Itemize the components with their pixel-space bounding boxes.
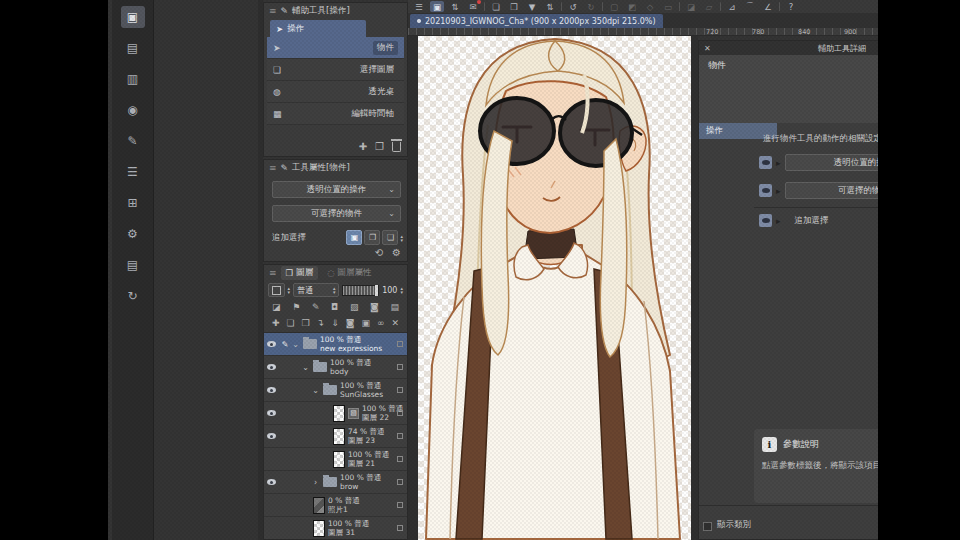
separator[interactable]	[561, 2, 562, 11]
main-menu-icon[interactable]: ☰	[412, 1, 426, 12]
expand-arrow-icon[interactable]: ⌄	[311, 386, 320, 395]
expand-arrow-icon[interactable]: ›	[311, 478, 320, 487]
separator[interactable]	[720, 2, 721, 11]
play-arrow-icon[interactable]: ▸	[776, 216, 781, 226]
palette-dock-icon[interactable]: ▣	[121, 6, 145, 28]
layer-visibility-eye-icon[interactable]	[264, 387, 279, 393]
list-palette-icon[interactable]: ☰	[121, 161, 145, 183]
selection-mode-spinner[interactable]: ▴▾	[400, 234, 403, 242]
opacity-slider[interactable]	[342, 285, 379, 296]
notifications-icon[interactable]: ✉	[466, 1, 480, 12]
ruler-range-icon[interactable]: ▤	[390, 302, 399, 312]
app-logo-icon[interactable]: ▣	[430, 1, 444, 12]
navigator-palette-icon[interactable]: ◉	[121, 99, 145, 121]
clip-below-icon[interactable]: ◪	[272, 302, 281, 312]
frame-icon[interactable]: ▣	[361, 318, 370, 328]
layer-row[interactable]: ✎ ▨ 0 % 普通 照片1	[264, 494, 407, 517]
selection-border-icon[interactable]: ▭	[661, 1, 675, 12]
show-on-palette-eye-icon[interactable]	[759, 214, 772, 227]
delete-subtool-icon[interactable]	[392, 142, 401, 152]
new-file-icon[interactable]: ❏	[489, 1, 503, 12]
layer-row[interactable]: ✎ ▨ 100 % 普通 圖層 22	[264, 402, 407, 425]
new-selection-button[interactable]: ▣	[346, 230, 362, 245]
layer-visibility-eye-icon[interactable]	[264, 433, 279, 439]
play-arrow-icon[interactable]: ▸	[776, 158, 781, 168]
snap-straight-ruler-icon[interactable]: ⊿	[725, 1, 739, 12]
link-icon[interactable]: ∞	[377, 318, 385, 328]
enable-mask-icon[interactable]: ◙	[370, 302, 379, 312]
undo-icon[interactable]: ↺	[566, 1, 580, 12]
duplicate-subtool-icon[interactable]: ❐	[375, 141, 384, 152]
snap-curve-ruler-icon[interactable]: ⌒	[743, 1, 757, 12]
detail-transparent-dropdown[interactable]: 透明位置的操作 ⌄	[785, 154, 878, 171]
save-options-icon[interactable]: ⇅	[543, 1, 557, 12]
layer-row[interactable]: ✎ ▨ 100 % 普通 圖層 31	[264, 517, 407, 539]
merge-down-icon[interactable]: ⇓	[331, 318, 339, 328]
layer-visibility-eye-icon[interactable]	[264, 364, 279, 370]
separator[interactable]	[679, 2, 680, 11]
panel-grip-icon[interactable]: ≡	[269, 163, 277, 173]
show-detail-wrench-icon[interactable]: ⚙	[392, 247, 401, 258]
subtract-selection-button[interactable]: ❏	[382, 230, 398, 245]
new-layer-icon[interactable]: ✚	[272, 318, 280, 328]
separator[interactable]	[602, 2, 603, 11]
history-palette-icon[interactable]: ↻	[121, 285, 145, 307]
blend-mode-select[interactable]: 普通 ▴▾	[293, 283, 339, 297]
workspace-switch-icon[interactable]: ⇅	[448, 1, 462, 12]
opacity-spinner[interactable]: ▴▾	[400, 286, 403, 294]
invert-selection-icon[interactable]: ◩	[625, 1, 639, 12]
redo-icon[interactable]: ↻	[584, 1, 598, 12]
help-icon[interactable]: ?	[784, 1, 798, 12]
layer-row[interactable]: ✎ ⌄ ▨ 100 % 普通 new expressions	[264, 333, 407, 356]
canvas-area[interactable]	[418, 35, 691, 540]
window-palette-icon[interactable]: ▤	[121, 37, 145, 59]
panel-grip-icon[interactable]: ≡	[269, 268, 277, 278]
save-file-icon[interactable]: ▼	[525, 1, 539, 12]
tab-operation[interactable]: ➤ 操作	[270, 20, 366, 37]
layer-row[interactable]: ✎ ▨ 100 % 普通 圖層 21	[264, 448, 407, 471]
clear-icon[interactable]: ▱	[702, 1, 716, 12]
subtool-item[interactable]: ◍ 透光桌	[267, 81, 404, 103]
subtool-item[interactable]: ▦ 編輯時間軸	[267, 103, 404, 125]
selectable-object-dropdown[interactable]: 可選擇的物件 ⌄	[272, 205, 401, 222]
expand-arrow-icon[interactable]: ⌄	[291, 340, 300, 349]
add-subtool-icon[interactable]: ✚	[359, 141, 367, 152]
new-folder-icon[interactable]: ❒	[302, 318, 310, 328]
new-vector-layer-icon[interactable]: ❏	[287, 318, 295, 328]
expand-arrow-icon[interactable]: ⌄	[301, 363, 310, 372]
show-on-palette-eye-icon[interactable]	[759, 156, 772, 169]
reference-layer-icon[interactable]: ⚑	[292, 302, 300, 312]
subtool-item[interactable]: ❏ 選擇圖層	[267, 59, 404, 81]
layer-row[interactable]: ✎ › ▨ 100 % 普通 brow	[264, 471, 407, 494]
tab-layer-property[interactable]: ◌ 圖層屬性	[322, 266, 376, 280]
subtool-palette-icon[interactable]: ▥	[121, 68, 145, 90]
transparent-area-dropdown[interactable]: 透明位置的操作 ⌄	[272, 181, 401, 198]
tab-layer[interactable]: ❒ 圖層	[281, 266, 319, 280]
layer-row[interactable]: ✎ ▨ 74 % 普通 圖層 23	[264, 425, 407, 448]
delete-layer-icon[interactable]: ✕	[391, 318, 399, 328]
layer-visibility-eye-icon[interactable]	[264, 410, 279, 416]
play-arrow-icon[interactable]: ▸	[776, 186, 781, 196]
brush-palette-icon[interactable]: ✎	[121, 130, 145, 152]
thumbnail-size-button[interactable]	[268, 283, 285, 297]
lock-layer-icon[interactable]: ◘	[331, 302, 338, 312]
layer-row[interactable]: ✎ ⌄ ▨ 100 % 普通 body	[264, 356, 407, 379]
layer-row[interactable]: ✎ ⌄ ▨ 100 % 普通 SunGlasses	[264, 379, 407, 402]
create-mask-icon[interactable]: ◙	[346, 318, 355, 328]
snap-special-ruler-icon[interactable]: ∠	[761, 1, 775, 12]
fill-icon[interactable]: ◪	[684, 1, 698, 12]
quick-access-palette-icon[interactable]: ⊞	[121, 192, 145, 214]
show-category-checkbox[interactable]	[703, 522, 712, 531]
panel-grip-icon[interactable]: ≡	[269, 6, 277, 16]
thumbnail-size-spinner[interactable]: ▴▾	[288, 286, 291, 294]
canvas-tab[interactable]: 20210903_IGWNOG_Cha* (900 x 2000px 350dp…	[410, 14, 663, 28]
draft-layer-icon[interactable]: ✎	[312, 302, 320, 312]
tool-settings-palette-icon[interactable]: ⚙	[121, 223, 145, 245]
lock-transparent-icon[interactable]: ▨	[350, 302, 359, 312]
detail-selectable-dropdown[interactable]: 可選擇的物件 ⌄	[785, 182, 878, 199]
open-file-icon[interactable]: ❒	[507, 1, 521, 12]
layer-palette-icon[interactable]: ▤	[121, 254, 145, 276]
show-on-palette-eye-icon[interactable]	[759, 184, 772, 197]
deselect-icon[interactable]: ▢	[607, 1, 621, 12]
close-icon[interactable]: ✕	[704, 44, 711, 53]
